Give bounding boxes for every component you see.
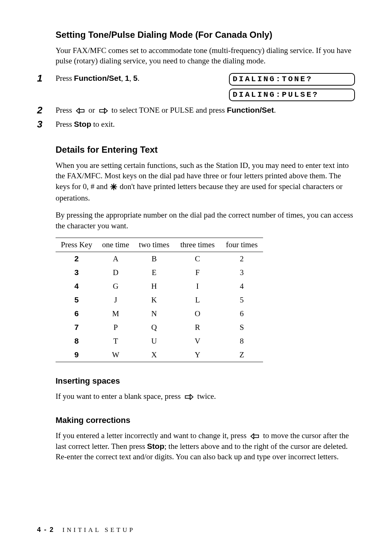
section-entering-text: Details for Entering Text When you are s… xyxy=(56,145,355,362)
right-arrow-icon xyxy=(99,108,108,114)
table-row: 3DEF3 xyxy=(56,266,263,279)
stop-label: Stop xyxy=(147,442,165,450)
heading-tone-pulse: Setting Tone/Pulse Dialing Mode (For Can… xyxy=(56,30,355,40)
col-two-times: two times xyxy=(134,238,175,252)
char-cell: I xyxy=(175,279,220,293)
step-number: 3 xyxy=(37,119,56,130)
section-tone-pulse: Setting Tone/Pulse Dialing Mode (For Can… xyxy=(56,30,355,66)
chapter-title: INITIAL SETUP xyxy=(63,526,135,533)
press-key-cell: 5 xyxy=(56,293,97,307)
step-number: 2 xyxy=(37,105,56,116)
left-arrow-icon xyxy=(76,108,85,114)
text: If you entered a letter incorrectly and … xyxy=(56,431,249,440)
char-cell: Y xyxy=(175,348,220,362)
char-cell: C xyxy=(175,252,220,266)
char-cell: 6 xyxy=(220,307,263,321)
star-icon xyxy=(110,182,117,193)
char-cell: W xyxy=(97,348,134,362)
col-one-time: one time xyxy=(97,238,134,252)
char-cell: 2 xyxy=(220,252,263,266)
press-key-cell: 3 xyxy=(56,266,97,279)
press-key-cell: 2 xyxy=(56,252,97,266)
key-5: 5 xyxy=(133,74,137,82)
heading-inserting-spaces: Inserting spaces xyxy=(56,376,355,386)
steps-list: 1 Press Function/Set, 1, 5. DIALING:TONE… xyxy=(37,73,355,130)
stop-label: Stop xyxy=(74,120,92,128)
text: twice. xyxy=(197,392,216,401)
entering-text-para1: When you are setting certain functions, … xyxy=(56,160,355,203)
press-key-cell: 8 xyxy=(56,334,97,348)
page-footer: 4 - 2 INITIAL SETUP xyxy=(37,526,135,534)
char-cell: M xyxy=(97,307,134,321)
function-set-label: Function/Set xyxy=(227,106,274,114)
function-set-label: Function/Set xyxy=(74,74,121,82)
svg-rect-2 xyxy=(185,396,190,398)
char-cell: 5 xyxy=(220,293,263,307)
char-cell: G xyxy=(97,279,134,293)
press-key-cell: 9 xyxy=(56,348,97,362)
table-row: 4GHI4 xyxy=(56,279,263,293)
char-cell: N xyxy=(134,307,175,321)
char-cell: T xyxy=(97,334,134,348)
char-cell: P xyxy=(97,321,134,334)
col-press-key: Press Key xyxy=(56,238,97,252)
press-key-cell: 7 xyxy=(56,321,97,334)
char-cell: Z xyxy=(220,348,263,362)
char-cell: O xyxy=(175,307,220,321)
press-key-cell: 4 xyxy=(56,279,97,293)
text: or xyxy=(89,106,97,115)
step-1-text: Press Function/Set, 1, 5. xyxy=(56,73,218,83)
svg-rect-0 xyxy=(79,109,84,112)
table-row: 9WXYZ xyxy=(56,348,263,362)
step-2: 2 Press or to select TONE or PULSE and p… xyxy=(37,105,355,116)
char-cell: F xyxy=(175,266,220,279)
table-row: 8TUV8 xyxy=(56,334,263,348)
text: , xyxy=(121,74,125,83)
char-cell: H xyxy=(134,279,175,293)
char-cell: B xyxy=(134,252,175,266)
step-3-text: Press Stop to exit. xyxy=(56,119,355,129)
table-header-row: Press Key one time two times three times… xyxy=(56,238,263,252)
text: to select TONE or PULSE and press xyxy=(112,106,227,115)
text: . xyxy=(274,106,276,115)
section-making-corrections: Making corrections If you entered a lett… xyxy=(56,416,355,462)
step-3: 3 Press Stop to exit. xyxy=(37,119,355,130)
col-three-times: three times xyxy=(175,238,220,252)
press-key-cell: 6 xyxy=(56,307,97,321)
heading-entering-text: Details for Entering Text xyxy=(56,145,355,155)
step-1: 1 Press Function/Set, 1, 5. DIALING:TONE… xyxy=(37,73,355,101)
text: to exit. xyxy=(91,120,115,129)
char-cell: S xyxy=(220,321,263,334)
left-arrow-icon xyxy=(250,433,260,439)
lcd-display-group: DIALING:TONE? DIALING:PULSE? xyxy=(229,73,355,101)
char-cell: U xyxy=(134,334,175,348)
text: If you want to enter a blank space, pres… xyxy=(56,392,183,401)
text: Press xyxy=(56,120,74,129)
char-cell: 8 xyxy=(220,334,263,348)
text: , xyxy=(129,74,133,83)
col-four-times: four times xyxy=(220,238,263,252)
text: Press xyxy=(56,106,74,115)
char-cell: R xyxy=(175,321,220,334)
svg-rect-3 xyxy=(254,435,259,438)
char-cell: Q xyxy=(134,321,175,334)
key-1: 1 xyxy=(125,74,129,82)
text: . xyxy=(137,74,139,83)
table-row: 6MNO6 xyxy=(56,307,263,321)
char-cell: X xyxy=(134,348,175,362)
keypad-table: Press Key one time two times three times… xyxy=(56,238,263,362)
char-cell: 4 xyxy=(220,279,263,293)
char-cell: V xyxy=(175,334,220,348)
page-body: Setting Tone/Pulse Dialing Mode (For Can… xyxy=(0,0,392,556)
char-cell: E xyxy=(134,266,175,279)
section-inserting-spaces: Inserting spaces If you want to enter a … xyxy=(56,376,355,401)
char-cell: D xyxy=(97,266,134,279)
intro-tone-pulse: Your FAX/MFC comes set to accommodate to… xyxy=(56,45,355,66)
lcd-display-tone: DIALING:TONE? xyxy=(229,73,355,86)
making-corrections-text: If you entered a letter incorrectly and … xyxy=(56,430,355,462)
table-row: 5JKL5 xyxy=(56,293,263,307)
svg-rect-1 xyxy=(100,109,104,112)
table-row: 2ABC2 xyxy=(56,252,263,266)
step-number: 1 xyxy=(37,73,56,84)
char-cell: J xyxy=(97,293,134,307)
